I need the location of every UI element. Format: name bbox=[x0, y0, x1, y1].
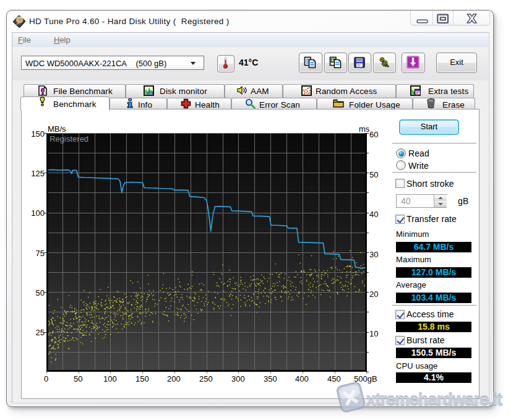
svg-text:xtremehardware.it: xtremehardware.it bbox=[366, 390, 502, 408]
svg-text:Registered: Registered bbox=[49, 134, 88, 144]
